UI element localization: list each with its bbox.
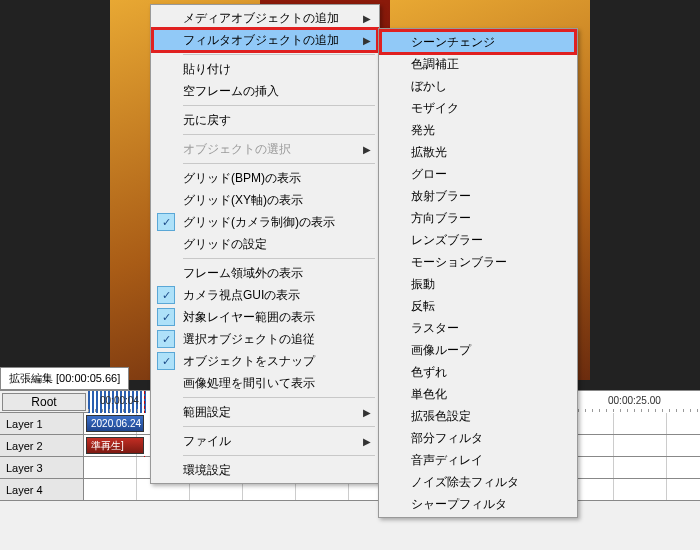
check-icon: ✓ — [157, 286, 175, 304]
menu-item[interactable]: カメラ視点GUIの表示✓ — [153, 284, 377, 306]
menu-item-label: フレーム領域外の表示 — [183, 265, 303, 282]
menu-item-label: 色ずれ — [411, 364, 447, 381]
menu-item[interactable]: 空フレームの挿入 — [153, 80, 377, 102]
chevron-right-icon: ▶ — [363, 35, 371, 46]
menu-item-label: レンズブラー — [411, 232, 483, 249]
menu-item[interactable]: 範囲設定▶ — [153, 401, 377, 423]
menu-item-label: 色調補正 — [411, 56, 459, 73]
menu-item-label: 放射ブラー — [411, 188, 471, 205]
menu-item-label: 振動 — [411, 276, 435, 293]
context-submenu-filter[interactable]: シーンチェンジ色調補正ぼかしモザイク発光拡散光グロー放射ブラー方向ブラーレンズブ… — [378, 28, 578, 518]
menu-item[interactable]: 方向ブラー — [381, 207, 575, 229]
menu-item[interactable]: 貼り付け — [153, 58, 377, 80]
menu-item-label: 方向ブラー — [411, 210, 471, 227]
menu-item[interactable]: 画像処理を間引いて表示 — [153, 372, 377, 394]
layer-label[interactable]: Layer 1 — [0, 413, 84, 434]
menu-item-label: ファイル — [183, 433, 231, 450]
menu-item-label: ノイズ除去フィルタ — [411, 474, 519, 491]
menu-separator — [183, 105, 375, 106]
menu-item-label: オブジェクトの選択 — [183, 141, 291, 158]
root-button[interactable]: Root — [2, 393, 86, 411]
menu-item[interactable]: グリッド(カメラ制御)の表示✓ — [153, 211, 377, 233]
check-icon: ✓ — [157, 308, 175, 326]
layer-label[interactable]: Layer 4 — [0, 479, 84, 500]
menu-item[interactable]: 拡散光 — [381, 141, 575, 163]
timeline-clip[interactable]: 準再生] — [86, 437, 144, 454]
menu-item-label: 画像処理を間引いて表示 — [183, 375, 315, 392]
menu-item[interactable]: オブジェクトをスナップ✓ — [153, 350, 377, 372]
menu-item-label: 音声ディレイ — [411, 452, 483, 469]
menu-item-label: 対象レイヤー範囲の表示 — [183, 309, 315, 326]
chevron-right-icon: ▶ — [363, 144, 371, 155]
menu-item-label: 発光 — [411, 122, 435, 139]
chevron-right-icon: ▶ — [363, 13, 371, 24]
menu-item[interactable]: 放射ブラー — [381, 185, 575, 207]
chevron-right-icon: ▶ — [363, 436, 371, 447]
menu-item-label: 範囲設定 — [183, 404, 231, 421]
menu-item[interactable]: 色調補正 — [381, 53, 575, 75]
menu-item[interactable]: モーションブラー — [381, 251, 575, 273]
menu-item-label: 画像ループ — [411, 342, 471, 359]
menu-item-label: シーンチェンジ — [411, 34, 495, 51]
menu-item-label: 環境設定 — [183, 462, 231, 479]
menu-separator — [183, 258, 375, 259]
menu-item-label: 部分フィルタ — [411, 430, 483, 447]
ruler-time-1: 00:00:04. — [100, 395, 142, 406]
menu-item-label: 元に戻す — [183, 112, 231, 129]
menu-item[interactable]: 反転 — [381, 295, 575, 317]
menu-item-label: グリッド(BPM)の表示 — [183, 170, 301, 187]
menu-item-label: 空フレームの挿入 — [183, 83, 279, 100]
menu-item[interactable]: 音声ディレイ — [381, 449, 575, 471]
menu-separator — [183, 134, 375, 135]
menu-separator — [183, 455, 375, 456]
menu-item[interactable]: グリッド(BPM)の表示 — [153, 167, 377, 189]
menu-item-label: メディアオブジェクトの追加 — [183, 10, 339, 27]
menu-item[interactable]: フィルタオブジェクトの追加▶ — [153, 29, 377, 51]
menu-item[interactable]: シャープフィルタ — [381, 493, 575, 515]
menu-item[interactable]: ノイズ除去フィルタ — [381, 471, 575, 493]
menu-item[interactable]: シーンチェンジ — [381, 31, 575, 53]
menu-separator — [183, 163, 375, 164]
menu-item[interactable]: グロー — [381, 163, 575, 185]
menu-item[interactable]: 振動 — [381, 273, 575, 295]
context-menu-main[interactable]: メディアオブジェクトの追加▶フィルタオブジェクトの追加▶貼り付け空フレームの挿入… — [150, 4, 380, 484]
menu-item[interactable]: 対象レイヤー範囲の表示✓ — [153, 306, 377, 328]
menu-item[interactable]: レンズブラー — [381, 229, 575, 251]
menu-item[interactable]: 画像ループ — [381, 339, 575, 361]
layer-label[interactable]: Layer 3 — [0, 457, 84, 478]
menu-item-label: グリッド(XY軸)の表示 — [183, 192, 303, 209]
menu-item[interactable]: ラスター — [381, 317, 575, 339]
menu-item-label: シャープフィルタ — [411, 496, 507, 513]
menu-item[interactable]: ぼかし — [381, 75, 575, 97]
menu-item[interactable]: 元に戻す — [153, 109, 377, 131]
menu-item[interactable]: 発光 — [381, 119, 575, 141]
menu-item-label: フィルタオブジェクトの追加 — [183, 32, 339, 49]
ruler-time-2: 00:00:25.00 — [608, 395, 661, 406]
layer-label[interactable]: Layer 2 — [0, 435, 84, 456]
menu-item[interactable]: モザイク — [381, 97, 575, 119]
menu-item[interactable]: ファイル▶ — [153, 430, 377, 452]
check-icon: ✓ — [157, 330, 175, 348]
menu-item[interactable]: 選択オブジェクトの追従✓ — [153, 328, 377, 350]
menu-item[interactable]: メディアオブジェクトの追加▶ — [153, 7, 377, 29]
menu-item[interactable]: 拡張色設定 — [381, 405, 575, 427]
menu-item[interactable]: 環境設定 — [153, 459, 377, 481]
menu-item-label: モーションブラー — [411, 254, 507, 271]
menu-item-label: グロー — [411, 166, 447, 183]
timeline-clip[interactable]: 2020.06.24 - — [86, 415, 144, 432]
menu-item[interactable]: 部分フィルタ — [381, 427, 575, 449]
menu-item-label: 選択オブジェクトの追従 — [183, 331, 315, 348]
menu-item[interactable]: 色ずれ — [381, 361, 575, 383]
menu-separator — [183, 397, 375, 398]
menu-separator — [183, 426, 375, 427]
menu-item[interactable]: 単色化 — [381, 383, 575, 405]
check-icon: ✓ — [157, 352, 175, 370]
menu-item-label: グリッド(カメラ制御)の表示 — [183, 214, 335, 231]
menu-item[interactable]: グリッドの設定 — [153, 233, 377, 255]
menu-item[interactable]: グリッド(XY軸)の表示 — [153, 189, 377, 211]
menu-item-label: 反転 — [411, 298, 435, 315]
menu-separator — [183, 54, 375, 55]
menu-item[interactable]: フレーム領域外の表示 — [153, 262, 377, 284]
menu-item-label: モザイク — [411, 100, 459, 117]
chevron-right-icon: ▶ — [363, 407, 371, 418]
